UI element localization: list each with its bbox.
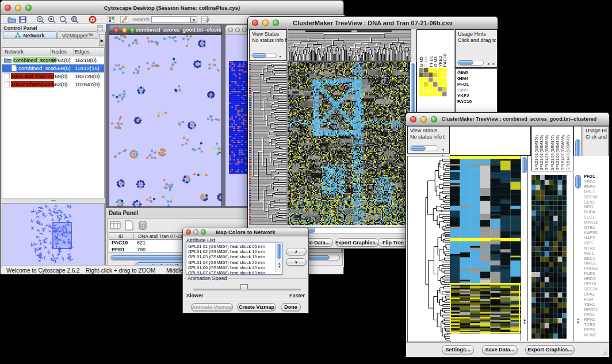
help-lifesaver-icon[interactable] <box>89 16 97 24</box>
network-view-window[interactable]: combined_scores_good.txt--cluste... <box>109 25 222 207</box>
treeview1-title: ClusterMaker TreeView : DNA and Tran 07-… <box>293 20 453 26</box>
vizmapper-tab[interactable]: VizMapper™ <box>57 31 98 39</box>
tv1-gene-label[interactable]: GIM3 <box>457 87 497 93</box>
tv2-col-label: GPL51-04 (GSM857) <box>550 135 555 170</box>
open-folder-icon[interactable] <box>7 16 16 23</box>
network-row-rnapuber[interactable]: RNAPuberNov2+ 563(0) 107847(0) <box>2 81 104 89</box>
attribute-item[interactable]: GPL51-01 (GSM854) heat shock 05 min <box>188 244 282 249</box>
attribute-item[interactable]: GPL51-03 (GSM856) heat shock 15 min <box>188 254 282 259</box>
vizmap-icon[interactable] <box>108 16 115 23</box>
file-icon <box>5 81 10 87</box>
tv1-column-dendrogram[interactable] <box>288 29 411 62</box>
zoom-button[interactable] <box>201 229 206 235</box>
attribute-item[interactable]: GPL51-04 (GSM857) heat shock 20 min <box>188 260 282 265</box>
main-titlebar[interactable]: Cytoscape Desktop (Session Name: collins… <box>1 1 343 15</box>
attribute-item[interactable]: GPL51-02 (GSM855) heat shock 10 min <box>188 249 282 254</box>
minimize-button[interactable] <box>235 28 240 32</box>
tv1-gene-label[interactable]: YKE2 <box>457 93 497 99</box>
tv2-zoom-scrollstrip[interactable]: ▲▼ <box>573 173 582 341</box>
tv1-gene-label[interactable]: PFD1 <box>457 82 497 87</box>
close-button[interactable] <box>114 28 119 33</box>
zoom-button[interactable] <box>273 20 279 26</box>
tv1-gene-label[interactable]: PAC10 <box>457 99 497 105</box>
attribute-item[interactable]: GPL51-06 (GSM865) heat shock 40 min <box>188 265 282 270</box>
close-button[interactable] <box>186 229 191 235</box>
zoom-selected-icon[interactable] <box>59 16 68 24</box>
tv2-row-dendrogram[interactable] <box>407 156 451 342</box>
treeview2-titlebar[interactable]: ClusterMaker TreeView : combined_scores_… <box>406 113 609 126</box>
close-button[interactable] <box>252 20 258 26</box>
annotation-icon[interactable] <box>120 16 128 23</box>
search-input[interactable] <box>151 16 190 23</box>
scroll-arrows[interactable]: ◄ ► <box>487 61 496 67</box>
network-overview[interactable] <box>2 203 105 266</box>
dialog-titlebar[interactable]: Map Colors to Network <box>183 228 308 236</box>
table-icon-button[interactable] <box>110 220 121 231</box>
new-doc-icon-button[interactable] <box>124 220 134 231</box>
vizmapper-tab-label: VizMapper™ <box>62 32 94 39</box>
network-row-dna-tran[interactable]: DNA and Tran 07 769(0) 183728(0) <box>2 72 104 81</box>
panel-divider[interactable] <box>2 199 105 202</box>
zoom-in-icon[interactable] <box>48 16 56 24</box>
network-window-titlebar[interactable]: combined_scores_good.txt--cluste... <box>109 25 221 35</box>
tv1-status-scrollbar[interactable] <box>251 53 277 58</box>
resize-grip[interactable] <box>601 349 608 356</box>
minimize-button[interactable] <box>193 229 198 235</box>
tv1-gene-label[interactable]: GIM5 <box>457 70 497 76</box>
tv1-zoomcol-labels: GIM5GIM4PFD1GIM3YKE2PAC10 <box>419 30 453 67</box>
minimize-button[interactable] <box>420 116 427 122</box>
listbox-scrollbar[interactable]: ▲▼ <box>276 243 282 272</box>
attribute-listbox[interactable]: GPL51-01 (GSM854) heat shock 05 minGPL51… <box>186 243 282 275</box>
search-dropdown-button[interactable]: ▼ <box>190 16 197 23</box>
tv1-export-graphics-button[interactable]: Export Graphics... <box>335 238 379 247</box>
trash-icon-button[interactable] <box>137 220 148 231</box>
attribute-item[interactable]: GPL51-07 (GSM868) heat shock 60 min <box>188 270 282 275</box>
tv2-gene-label[interactable]: MON2 <box>584 333 609 338</box>
tv2-export-graphics-button[interactable]: Export Graphics... <box>525 345 575 354</box>
tv2-zoom-heatmap[interactable] <box>531 175 567 339</box>
zoom-fit-icon[interactable] <box>71 16 79 24</box>
tv2-settings-button[interactable]: Settings... <box>442 345 474 354</box>
network-row-combined-scores[interactable]: combined_scores 2764(0) 16218(0) <box>2 56 104 64</box>
move-down-button[interactable]: ∨ <box>286 258 307 266</box>
create-vizmap-button[interactable]: Create Vizmap <box>237 303 276 311</box>
scroll-arrows[interactable]: ▲▼ <box>523 318 526 325</box>
file-icon <box>12 65 17 71</box>
minimize-button[interactable] <box>122 28 127 33</box>
tab-overflow-button[interactable]: ▶ <box>99 34 105 46</box>
network-row-combined-sco[interactable]: combined_sco 2569(6) 13112(15) <box>2 64 104 72</box>
float-panel-icon[interactable] <box>97 25 103 31</box>
close-button[interactable] <box>5 5 11 11</box>
network-list-header[interactable]: Network Nodes Edges <box>2 48 104 56</box>
network-tab[interactable]: Network <box>3 31 57 39</box>
done-button[interactable]: Done <box>281 303 301 311</box>
network-canvas[interactable] <box>109 35 221 206</box>
tv1-gene-label[interactable]: GIM4 <box>457 76 497 82</box>
save-icon[interactable] <box>19 16 26 23</box>
tv1-heatmap[interactable] <box>288 62 410 225</box>
zoom-button[interactable] <box>242 28 247 32</box>
treeview1-titlebar[interactable]: ClusterMaker TreeView : DNA and Tran 07-… <box>248 17 498 29</box>
zoom-button[interactable] <box>130 28 135 33</box>
table-edit-icon[interactable] <box>201 16 209 23</box>
tv2-view-status-line2: No status info t <box>410 134 449 140</box>
tv1-usage-scrollbar[interactable] <box>457 60 484 66</box>
tv1-zoom-heatmap[interactable] <box>419 68 447 97</box>
tv2-vscrollbar[interactable]: ▲▼ <box>521 156 528 341</box>
tv2-heatmap[interactable] <box>450 156 521 334</box>
close-button[interactable] <box>228 28 233 32</box>
faster-label: Faster <box>289 293 305 298</box>
move-up-button[interactable]: ∧ <box>286 248 307 255</box>
close-button[interactable] <box>410 116 416 122</box>
tv2-status-scrollbar[interactable] <box>410 145 438 151</box>
animate-vizmap-button[interactable]: Animate Vizmap <box>191 303 233 311</box>
scroll-arrows[interactable]: ▲▼ <box>576 317 580 324</box>
minimize-button[interactable] <box>262 20 269 26</box>
tv2-save-data-button[interactable]: Save Data... <box>482 345 518 354</box>
tv2-col-label: GPL51-06 (GSM865) <box>555 135 560 170</box>
tv1-row-dendrogram[interactable] <box>249 62 288 225</box>
minimize-button[interactable] <box>15 5 21 11</box>
zoom-button[interactable] <box>25 5 32 11</box>
zoom-button[interactable] <box>431 116 437 122</box>
zoom-out-icon[interactable] <box>36 16 45 24</box>
